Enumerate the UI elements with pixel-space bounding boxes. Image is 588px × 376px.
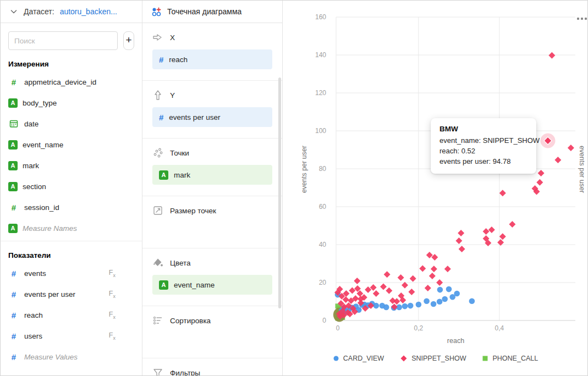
- shelf-head-x: X: [152, 32, 272, 43]
- hash-icon: #: [159, 113, 163, 121]
- scrollbar-thumb[interactable]: [278, 78, 281, 308]
- chart-tooltip: BMW event_name: SNIPPET_SHOWreach: 0.52e…: [431, 118, 536, 174]
- formula-icon[interactable]: Fx: [109, 311, 116, 320]
- legend-marker-icon: [482, 356, 488, 361]
- dimension-item[interactable]: #appmetrica_device_id: [1, 71, 142, 92]
- letter-badge-icon: A: [8, 140, 18, 150]
- field-chip[interactable]: Aevent_name: [152, 275, 272, 295]
- svg-text:80: 80: [319, 165, 327, 173]
- data-point[interactable]: [386, 287, 392, 294]
- data-point[interactable]: [425, 285, 431, 291]
- field-label: events per user: [24, 290, 75, 298]
- formula-icon[interactable]: Fx: [109, 331, 116, 341]
- dataset-name-link[interactable]: autoru_backen...: [60, 7, 117, 16]
- svg-text:40: 40: [319, 241, 327, 248]
- data-point[interactable]: [373, 290, 380, 297]
- legend-item-PHONE_CALL[interactable]: PHONE_CALL: [482, 355, 538, 362]
- dimension-item[interactable]: Amark: [1, 155, 142, 176]
- letter-badge-icon: A: [159, 170, 168, 180]
- data-point[interactable]: [419, 266, 426, 272]
- data-point[interactable]: [424, 298, 430, 305]
- data-point[interactable]: [459, 246, 465, 252]
- data-point[interactable]: [499, 233, 506, 240]
- measure-item[interactable]: #usersFx: [1, 325, 142, 346]
- data-point[interactable]: [509, 221, 515, 228]
- chart-panel: 02040608010012014016000,20,4reachevents …: [283, 1, 588, 376]
- data-point[interactable]: [416, 302, 422, 308]
- data-point[interactable]: [349, 287, 355, 294]
- letter-badge-icon: A: [8, 161, 18, 170]
- measure-item[interactable]: #Measure Values: [1, 346, 142, 367]
- measure-item[interactable]: #events per userFx: [1, 284, 142, 305]
- data-point[interactable]: [398, 274, 404, 281]
- data-point[interactable]: [408, 303, 414, 309]
- letter-badge-icon: A: [8, 182, 18, 191]
- data-point[interactable]: [431, 266, 437, 272]
- legend-item-SNIPPET_SHOW[interactable]: SNIPPET_SHOW: [400, 355, 466, 362]
- data-point[interactable]: [499, 190, 506, 196]
- field-chip[interactable]: #events per user: [152, 107, 272, 127]
- dataset-label: Датасет:: [24, 7, 54, 16]
- field-chip[interactable]: #reach: [152, 49, 272, 69]
- dimension-item[interactable]: Aevent_name: [1, 134, 142, 155]
- data-point[interactable]: [383, 305, 389, 311]
- dimension-item[interactable]: Asection: [1, 176, 142, 197]
- data-point[interactable]: [380, 284, 387, 290]
- data-point[interactable]: [436, 279, 443, 286]
- measure-item[interactable]: #eventsFx: [1, 263, 142, 284]
- data-point[interactable]: [536, 179, 543, 186]
- data-point[interactable]: [458, 230, 464, 236]
- data-point[interactable]: [469, 298, 475, 305]
- data-point[interactable]: [431, 301, 437, 307]
- tooltip-line: reach: 0.52: [439, 146, 527, 157]
- dimension-item[interactable]: Abody_type: [1, 92, 142, 113]
- data-point[interactable]: [402, 282, 408, 289]
- tooltip-line: events per user: 94.78: [439, 157, 527, 167]
- measure-item[interactable]: #reachFx: [1, 305, 142, 325]
- data-point[interactable]: [354, 278, 360, 284]
- shelf-sections: X#reachY#events per userТочкиAmarkРазмер…: [142, 23, 282, 376]
- legend-item-CARD_VIEW[interactable]: CARD_VIEW: [333, 355, 384, 362]
- letter-badge-icon: A: [159, 280, 168, 290]
- data-point[interactable]: [548, 52, 555, 59]
- data-point[interactable]: [444, 266, 451, 272]
- dimensions-list: #appmetrica_device_idAbody_typedateAeven…: [1, 71, 142, 239]
- hash-icon: #: [8, 311, 19, 319]
- data-point[interactable]: [483, 228, 490, 235]
- chart-more-menu-icon[interactable]: [576, 16, 588, 21]
- data-point[interactable]: [408, 289, 415, 295]
- tooltip-line: event_name: SNIPPET_SHOW: [439, 136, 527, 146]
- data-point[interactable]: [437, 287, 443, 293]
- chart-type-row[interactable]: Точечная диаграмма: [142, 1, 282, 23]
- data-point[interactable]: [437, 299, 443, 305]
- field-chip[interactable]: Amark: [152, 165, 272, 185]
- chevron-down-icon[interactable]: [9, 7, 18, 16]
- data-point[interactable]: [538, 170, 545, 176]
- field-label: users: [24, 332, 42, 340]
- dimension-item[interactable]: date: [1, 113, 142, 134]
- field-label: Measure Names: [23, 224, 77, 233]
- scatter-plot[interactable]: 02040608010012014016000,20,4reachevents …: [283, 1, 588, 376]
- data-point[interactable]: [455, 237, 462, 244]
- data-point[interactable]: [402, 303, 408, 309]
- data-point[interactable]: [554, 157, 561, 163]
- data-point[interactable]: [446, 286, 452, 292]
- add-field-button[interactable]: +: [123, 31, 134, 50]
- dimension-item[interactable]: #session_id: [1, 197, 142, 218]
- data-point[interactable]: [389, 297, 396, 304]
- formula-icon[interactable]: Fx: [109, 269, 116, 278]
- data-point[interactable]: [454, 291, 460, 297]
- data-point[interactable]: [442, 296, 448, 302]
- data-point[interactable]: [488, 226, 495, 233]
- svg-text:60: 60: [319, 203, 327, 211]
- data-point[interactable]: [384, 271, 391, 278]
- data-point[interactable]: [429, 273, 436, 279]
- data-point[interactable]: [410, 275, 416, 282]
- search-input[interactable]: [8, 31, 118, 50]
- data-point[interactable]: [568, 145, 574, 151]
- dataset-header: Датасет: autoru_backen...: [1, 1, 142, 23]
- formula-icon[interactable]: Fx: [109, 290, 116, 299]
- field-label: section: [23, 183, 46, 191]
- dimension-item[interactable]: AMeasure Names: [1, 218, 142, 239]
- field-label: event_name: [23, 141, 63, 149]
